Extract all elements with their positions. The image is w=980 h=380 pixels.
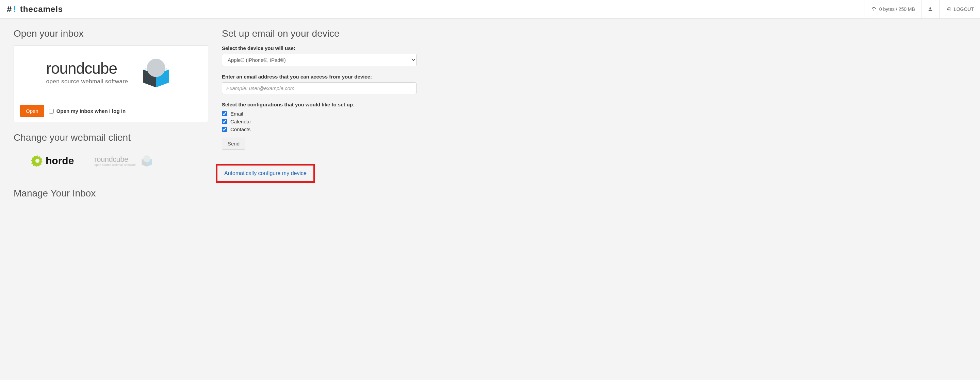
logout-cell[interactable]: LOGOUT [939, 0, 980, 19]
svg-point-3 [147, 59, 165, 77]
roundcube-client-mini[interactable]: roundcube open source webmail software [94, 154, 154, 168]
device-select[interactable]: Apple® (iPhone®, iPad®) [222, 54, 417, 66]
manage-inbox-title: Manage Your Inbox [14, 188, 208, 199]
open-inbox-title: Open your inbox [14, 28, 208, 39]
cfg-contacts-label: Contacts [231, 127, 250, 132]
gear-icon [30, 154, 44, 168]
logout-text: LOGOUT [954, 6, 974, 12]
rc-mini-title: roundcube [94, 155, 136, 164]
auto-configure-highlight: Automatically configure my device [216, 164, 315, 183]
user-icon [928, 6, 933, 12]
brand-logo[interactable]: #! thecamels [0, 4, 63, 14]
rc-mini-sub: open source webmail software [94, 163, 136, 166]
svg-point-4 [35, 159, 40, 163]
user-cell[interactable] [921, 0, 939, 19]
cfg-email-row[interactable]: Email [222, 111, 417, 117]
cfg-calendar-row[interactable]: Calendar [222, 119, 417, 124]
cfg-contacts-checkbox[interactable] [222, 127, 227, 132]
roundcube-subtitle: open source webmail software [46, 78, 128, 85]
roundcube-title: roundcube [46, 60, 128, 76]
storage-cell[interactable]: 0 bytes / 250 MB [865, 0, 921, 19]
storage-text: 0 bytes / 250 MB [879, 6, 915, 12]
device-label: Select the device you will use: [222, 45, 417, 51]
roundcube-card: roundcube open source webmail software O… [14, 45, 208, 122]
dashboard-icon [871, 6, 877, 12]
config-label: Select the configurations that you would… [222, 101, 417, 108]
open-on-login-checkbox[interactable] [49, 109, 54, 114]
roundcube-icon [137, 56, 176, 90]
change-client-title: Change your webmail client [14, 132, 208, 143]
send-button[interactable]: Send [222, 138, 245, 150]
cfg-email-checkbox[interactable] [222, 111, 227, 116]
cfg-calendar-checkbox[interactable] [222, 119, 227, 124]
hash-icon: # [7, 4, 12, 14]
open-button[interactable]: Open [20, 105, 44, 117]
cfg-email-label: Email [231, 111, 243, 117]
horde-client[interactable]: horde [30, 154, 74, 168]
email-label: Enter an email address that you can acce… [222, 74, 417, 79]
bang-icon: ! [13, 4, 16, 14]
open-on-login-label[interactable]: Open my inbox when I log in [49, 108, 126, 114]
roundcube-mini-icon [139, 154, 154, 168]
brand-name: thecamels [20, 5, 63, 14]
svg-point-7 [143, 155, 150, 163]
setup-title: Set up email on your device [222, 28, 417, 39]
cfg-contacts-row[interactable]: Contacts [222, 127, 417, 132]
cfg-calendar-label: Calendar [231, 119, 251, 124]
auto-configure-link[interactable]: Automatically configure my device [224, 170, 307, 176]
top-bar: #! thecamels 0 bytes / 250 MB LOGOUT [0, 0, 980, 19]
email-input[interactable] [222, 82, 417, 94]
open-on-login-text: Open my inbox when I log in [56, 108, 126, 114]
horde-label: horde [46, 155, 74, 166]
logout-icon [946, 6, 951, 12]
